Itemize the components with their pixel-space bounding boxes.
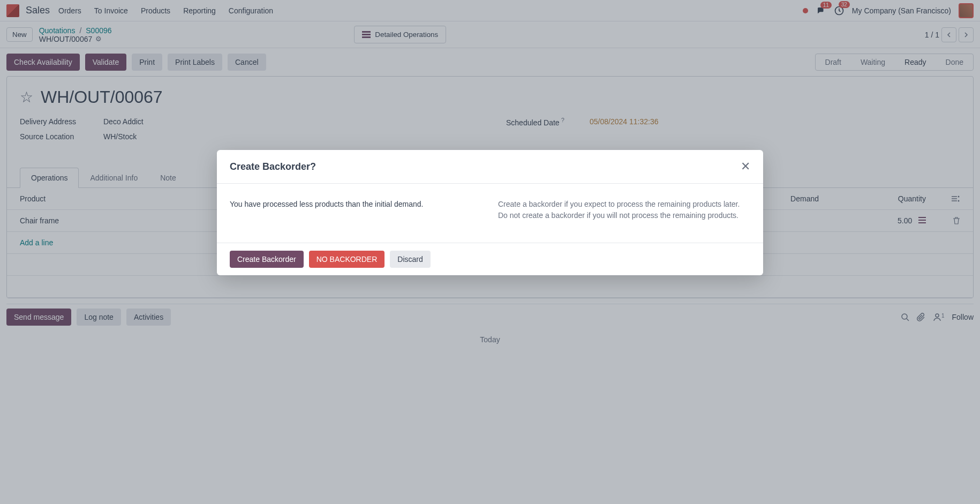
- backorder-modal: Create Backorder? ✕ You have processed l…: [217, 150, 763, 275]
- modal-text-hint: Create a backorder if you expect to proc…: [498, 199, 750, 221]
- no-backorder-button[interactable]: NO BACKORDER: [309, 251, 385, 268]
- modal-title: Create Backorder?: [230, 161, 316, 172]
- create-backorder-button[interactable]: Create Backorder: [230, 251, 304, 268]
- modal-overlay[interactable]: Create Backorder? ✕ You have processed l…: [0, 0, 980, 349]
- discard-button[interactable]: Discard: [390, 251, 430, 268]
- modal-text-primary: You have processed less products than th…: [230, 199, 482, 221]
- close-icon[interactable]: ✕: [741, 160, 750, 174]
